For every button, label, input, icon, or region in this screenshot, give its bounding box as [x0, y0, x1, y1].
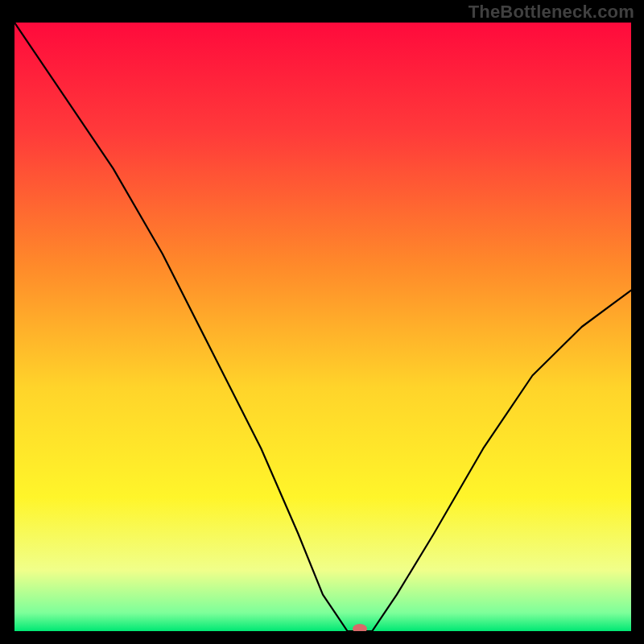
watermark-text: TheBottleneck.com	[469, 2, 634, 23]
plot-area	[14, 23, 631, 631]
chart-svg	[14, 23, 631, 631]
gradient-background	[14, 23, 631, 631]
chart-frame: TheBottleneck.com	[0, 0, 644, 644]
